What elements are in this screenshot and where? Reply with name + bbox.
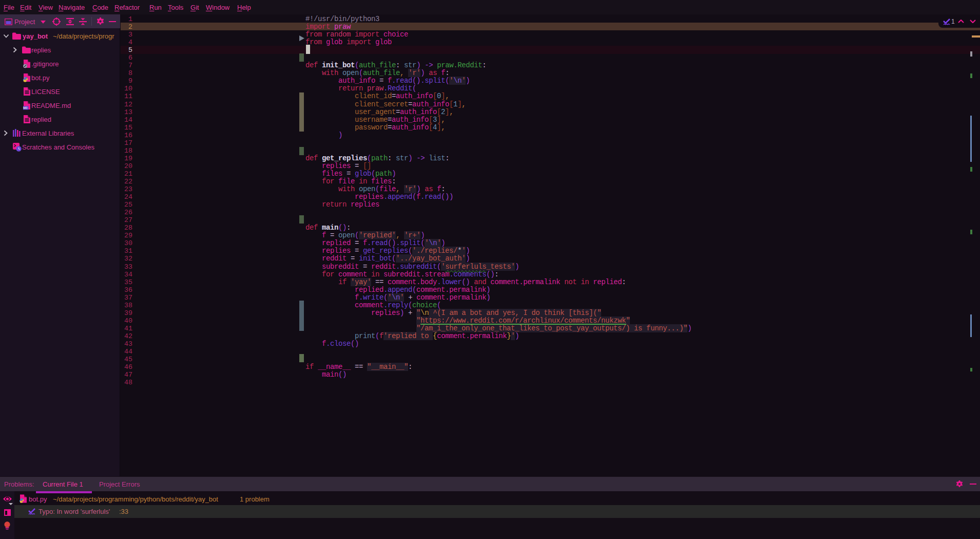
- svg-text:MD: MD: [23, 106, 28, 109]
